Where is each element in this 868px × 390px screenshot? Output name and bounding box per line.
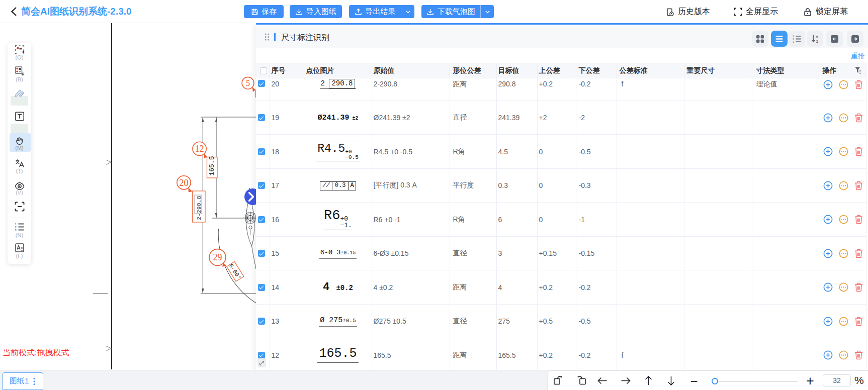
svg-text:2-290.8: 2-290.8 bbox=[196, 196, 202, 220]
svg-text:3: 3 bbox=[15, 229, 17, 231]
svg-text:29: 29 bbox=[213, 252, 222, 262]
svg-text:165.5: 165.5 bbox=[208, 156, 216, 175]
svg-text:12: 12 bbox=[195, 144, 204, 154]
svg-text:5: 5 bbox=[246, 79, 250, 87]
svg-text:3: 3 bbox=[793, 40, 794, 43]
svg-text:20: 20 bbox=[180, 178, 189, 188]
svg-text:1: 1 bbox=[816, 39, 818, 44]
svg-text:9: 9 bbox=[816, 35, 818, 39]
